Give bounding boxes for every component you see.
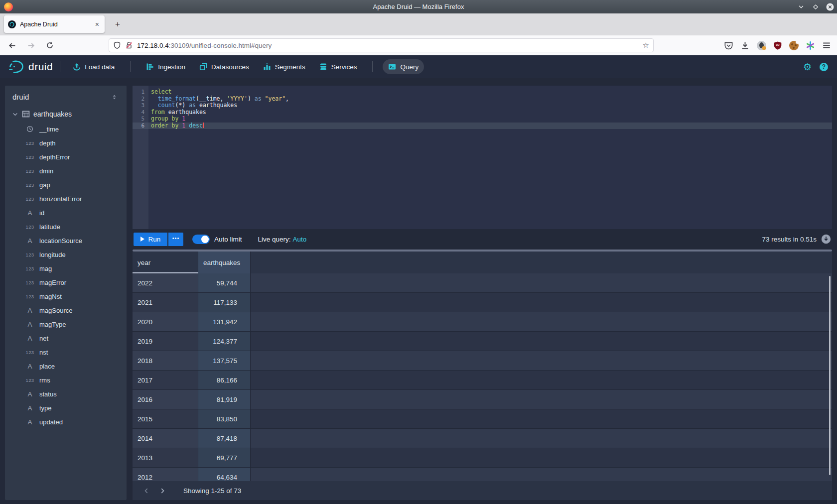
menu-icon[interactable] bbox=[822, 41, 831, 50]
nav-datasources[interactable]: Datasources bbox=[194, 59, 255, 74]
double-caret-icon[interactable] bbox=[111, 94, 118, 101]
cell-year[interactable]: 2021 bbox=[133, 293, 198, 312]
nav-services[interactable]: Services bbox=[314, 59, 363, 74]
column-name: depthError bbox=[39, 153, 70, 161]
cell-year[interactable]: 2018 bbox=[133, 351, 198, 370]
sidebar-column-horizontalError[interactable]: 123horizontalError bbox=[5, 192, 127, 206]
sidebar-column-updated[interactable]: Aupdated bbox=[5, 415, 127, 429]
table-row: 201786,166 bbox=[133, 371, 832, 390]
segments-icon bbox=[263, 63, 271, 71]
vertical-scrollbar[interactable] bbox=[829, 276, 831, 475]
live-query-value[interactable]: Auto bbox=[293, 236, 307, 243]
sidebar-column-magType[interactable]: AmagType bbox=[5, 317, 127, 331]
cell-earthquakes[interactable]: 64,634 bbox=[198, 468, 251, 481]
sidebar-column-mag[interactable]: 123mag bbox=[5, 261, 127, 275]
nav-ingestion[interactable]: Ingestion bbox=[140, 59, 191, 74]
cell-year[interactable]: 2020 bbox=[133, 312, 198, 331]
live-query-control[interactable]: Live query:Auto bbox=[258, 236, 307, 243]
bookmark-star-icon[interactable]: ☆ bbox=[643, 41, 649, 50]
privacy-badger-icon[interactable] bbox=[757, 41, 766, 50]
cell-earthquakes[interactable]: 59,744 bbox=[198, 273, 251, 292]
sidebar-column-type[interactable]: Atype bbox=[5, 401, 127, 415]
column-header-earthquakes[interactable]: earthquakes bbox=[198, 252, 251, 273]
tab-apache-druid[interactable]: Apache Druid × bbox=[4, 15, 105, 33]
run-button[interactable]: Run bbox=[134, 233, 167, 246]
settings-gear-icon[interactable]: ⚙ bbox=[803, 62, 812, 72]
back-button[interactable] bbox=[5, 38, 19, 52]
schema-selector[interactable]: druid bbox=[5, 91, 127, 103]
shield-icon[interactable] bbox=[113, 41, 121, 49]
numeric-type-icon: 123 bbox=[24, 154, 36, 160]
sidebar-column-place[interactable]: Aplace bbox=[5, 359, 127, 373]
downloads-icon[interactable] bbox=[740, 41, 750, 50]
sidebar-column-nst[interactable]: 123nst bbox=[5, 345, 127, 359]
editor-code[interactable]: select time_format(__time, 'YYYY') as "y… bbox=[148, 86, 832, 229]
tab-close-icon[interactable]: × bbox=[94, 20, 101, 28]
extension-asterisk-icon[interactable] bbox=[806, 41, 815, 50]
new-tab-button[interactable]: + bbox=[111, 17, 125, 31]
cell-filler bbox=[251, 409, 832, 428]
sidebar-column-depthError[interactable]: 123depthError bbox=[5, 150, 127, 164]
cell-filler bbox=[251, 468, 832, 481]
sidebar-column-__time[interactable]: __time bbox=[5, 122, 127, 136]
cell-earthquakes[interactable]: 117,133 bbox=[198, 293, 251, 312]
previous-page-button[interactable] bbox=[140, 485, 152, 497]
string-type-icon: A bbox=[24, 363, 36, 370]
close-window-button[interactable] bbox=[826, 3, 834, 11]
url-text[interactable]: 172.18.0.4:30109/unified-console.html#qu… bbox=[137, 42, 639, 49]
cell-year[interactable]: 2017 bbox=[133, 371, 198, 389]
column-header-year[interactable]: year bbox=[133, 252, 198, 273]
minimize-button[interactable] bbox=[797, 3, 805, 11]
cookie-extension-icon[interactable] bbox=[789, 41, 799, 50]
maximize-button[interactable] bbox=[812, 3, 820, 11]
code-line-2: time_format(__time, 'YYYY') as "year", bbox=[148, 96, 832, 103]
sidebar-column-status[interactable]: Astatus bbox=[5, 387, 127, 401]
sidebar-table-earthquakes[interactable]: earthquakes bbox=[5, 107, 127, 121]
cell-year[interactable]: 2019 bbox=[133, 332, 198, 351]
cell-earthquakes[interactable]: 124,377 bbox=[198, 332, 251, 351]
sidebar-column-gap[interactable]: 123gap bbox=[5, 178, 127, 192]
sidebar-column-locationSource[interactable]: AlocationSource bbox=[5, 234, 127, 248]
sidebar-column-dmin[interactable]: 123dmin bbox=[5, 164, 127, 178]
cell-year[interactable]: 2013 bbox=[133, 448, 198, 467]
auto-limit-toggle[interactable] bbox=[192, 235, 210, 244]
url-bar[interactable]: 172.18.0.4:30109/unified-console.html#qu… bbox=[109, 38, 654, 52]
druid-brand[interactable]: druid bbox=[8, 59, 53, 74]
cell-year[interactable]: 2014 bbox=[133, 429, 198, 448]
cell-earthquakes[interactable]: 69,777 bbox=[198, 448, 251, 467]
sidebar-column-id[interactable]: Aid bbox=[5, 206, 127, 220]
forward-button[interactable] bbox=[24, 38, 38, 52]
sidebar-column-rms[interactable]: 123rms bbox=[5, 373, 127, 387]
cell-earthquakes[interactable]: 86,166 bbox=[198, 371, 251, 389]
sidebar-column-magError[interactable]: 123magError bbox=[5, 275, 127, 289]
datasources-icon bbox=[199, 63, 207, 71]
nav-load-data[interactable]: Load data bbox=[67, 59, 120, 74]
cell-year[interactable]: 2016 bbox=[133, 390, 198, 409]
ublock-origin-icon[interactable]: uO bbox=[773, 41, 782, 50]
nav-query[interactable]: Query bbox=[383, 59, 424, 74]
sidebar-column-net[interactable]: Anet bbox=[5, 331, 127, 345]
cell-earthquakes[interactable]: 137,575 bbox=[198, 351, 251, 370]
next-page-button[interactable] bbox=[156, 485, 168, 497]
cell-earthquakes[interactable]: 131,942 bbox=[198, 312, 251, 331]
help-icon[interactable]: ? bbox=[820, 63, 828, 71]
insecure-lock-icon[interactable] bbox=[125, 41, 133, 49]
cell-earthquakes[interactable]: 81,919 bbox=[198, 390, 251, 409]
cell-year[interactable]: 2012 bbox=[133, 468, 198, 481]
sidebar-column-magNst[interactable]: 123magNst bbox=[5, 289, 127, 303]
sidebar-column-longitude[interactable]: 123longitude bbox=[5, 248, 127, 261]
download-results-icon[interactable] bbox=[821, 234, 831, 244]
sidebar-column-magSource[interactable]: AmagSource bbox=[5, 303, 127, 317]
cell-year[interactable]: 2015 bbox=[133, 409, 198, 428]
cell-earthquakes[interactable]: 83,850 bbox=[198, 409, 251, 428]
cell-year[interactable]: 2022 bbox=[133, 273, 198, 292]
reload-button[interactable] bbox=[43, 38, 57, 52]
sidebar-column-depth[interactable]: 123depth bbox=[5, 136, 127, 150]
run-more-button[interactable]: ••• bbox=[168, 233, 183, 246]
chevron-down-icon[interactable] bbox=[12, 111, 18, 118]
sidebar-column-latitude[interactable]: 123latitude bbox=[5, 220, 127, 234]
sql-editor[interactable]: 123456 select time_format(__time, 'YYYY'… bbox=[133, 86, 832, 229]
cell-earthquakes[interactable]: 87,418 bbox=[198, 429, 251, 448]
pocket-icon[interactable] bbox=[724, 41, 733, 50]
nav-segments[interactable]: Segments bbox=[258, 59, 311, 74]
